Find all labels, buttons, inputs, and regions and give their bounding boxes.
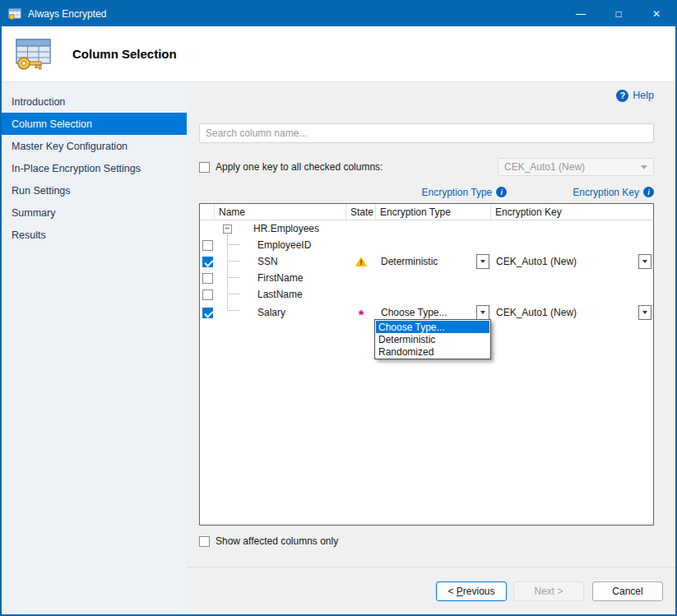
encryption-type-combo[interactable]: Deterministic xyxy=(376,253,491,270)
row-check-cell xyxy=(200,237,215,253)
encryption-key-value: CEK_Auto1 (New) xyxy=(496,256,577,267)
show-affected-checkbox[interactable] xyxy=(199,536,210,547)
next-button[interactable]: Next > xyxy=(513,581,584,601)
grid-header-state: State xyxy=(346,204,376,220)
apply-key-checkbox[interactable] xyxy=(199,162,210,173)
help-icon[interactable]: ? xyxy=(616,90,628,102)
cancel-button[interactable]: Cancel xyxy=(592,581,663,601)
encryption-type-value: Choose Type... xyxy=(381,307,447,318)
app-icon xyxy=(8,7,21,21)
page-header: Column Selection xyxy=(2,26,675,82)
chevron-down-icon[interactable] xyxy=(638,254,651,269)
row-checkbox[interactable] xyxy=(202,240,213,251)
row-check-cell xyxy=(200,220,215,237)
dropdown-option-choose-type[interactable]: Choose Type... xyxy=(376,321,489,333)
maximize-button[interactable]: □ xyxy=(600,2,638,26)
dropdown-option-deterministic[interactable]: Deterministic xyxy=(376,333,489,345)
column-name-label: FirstName xyxy=(257,272,303,284)
required-icon: * xyxy=(359,308,364,322)
apply-key-row: Apply one key to all checked columns: CE… xyxy=(199,158,654,176)
apply-key-select-value: CEK_Auto1 (New) xyxy=(504,161,585,173)
sidebar-item-results[interactable]: Results xyxy=(2,224,187,246)
encryption-key-combo[interactable]: CEK_Auto1 (New) xyxy=(491,253,653,270)
sidebar-item-in-place-encryption-settings[interactable]: In-Place Encryption Settings xyxy=(2,157,187,179)
row-checkbox[interactable] xyxy=(202,308,213,318)
minimize-button[interactable]: — xyxy=(562,2,600,26)
encryption-type-info-icon[interactable]: i xyxy=(496,187,507,197)
tree-line xyxy=(227,235,228,311)
chevron-down-icon xyxy=(641,165,647,169)
row-type-cell xyxy=(376,270,491,286)
encryption-key-info-icon[interactable]: i xyxy=(643,187,654,197)
row-state-cell xyxy=(346,220,376,237)
row-checkbox[interactable] xyxy=(202,289,213,300)
encryption-key-combo[interactable]: CEK_Auto1 (New) xyxy=(491,303,653,322)
row-type-cell xyxy=(376,220,491,237)
chevron-down-icon[interactable] xyxy=(638,305,651,320)
column-name-label: SSN xyxy=(257,256,278,267)
tree-line xyxy=(227,294,239,294)
table-row-employeeid: EmployeeID xyxy=(200,237,653,253)
column-name-label: EmployeeID xyxy=(257,239,311,251)
row-check-cell xyxy=(200,253,215,270)
row-key-cell xyxy=(491,286,653,303)
encryption-key-link-group: Encryption Key i xyxy=(573,187,654,198)
main-panel: ? Help Apply one key to all checked colu… xyxy=(187,82,675,614)
encryption-type-link[interactable]: Encryption Type xyxy=(421,187,492,198)
tree-line xyxy=(227,277,239,278)
help-row: ? Help xyxy=(199,89,654,102)
grid-header-name: Name xyxy=(215,204,346,220)
warning-icon xyxy=(355,257,367,266)
window-controls: — □ ✕ xyxy=(562,2,675,26)
row-state-cell xyxy=(346,270,376,286)
table-row-salary: Salary * Choose Type... CEK_Auto1 (New) xyxy=(200,303,653,319)
apply-key-label: Apply one key to all checked columns: xyxy=(216,161,383,173)
footer-bar: < Previous Next > Cancel xyxy=(187,567,675,614)
row-checkbox[interactable] xyxy=(202,257,213,267)
dropdown-option-randomized[interactable]: Randomized xyxy=(376,345,489,358)
grid-header-encryption-key: Encryption Key xyxy=(491,204,653,220)
sidebar-item-summary[interactable]: Summary xyxy=(2,201,187,224)
apply-key-select[interactable]: CEK_Auto1 (New) xyxy=(498,158,654,176)
sidebar-item-column-selection[interactable]: Column Selection xyxy=(2,113,187,135)
grid-header-encryption-type: Encryption Type xyxy=(376,204,491,220)
row-name-cell: HR.Employees xyxy=(215,220,346,237)
row-type-cell xyxy=(376,286,491,303)
table-row-ssn: SSN Deterministic CEK_Auto1 (New) xyxy=(200,253,653,270)
titlebar[interactable]: Always Encrypted — □ ✕ xyxy=(2,2,675,26)
grid-header-checkbox-col xyxy=(200,204,215,220)
tree-line xyxy=(227,261,239,262)
encryption-key-link[interactable]: Encryption Key xyxy=(573,187,639,198)
columns-grid: Name State Encryption Type Encryption Ke… xyxy=(199,203,654,526)
grid-header-row: Name State Encryption Type Encryption Ke… xyxy=(200,204,653,220)
row-type-cell xyxy=(376,237,491,253)
row-key-cell xyxy=(491,237,653,253)
close-button[interactable]: ✕ xyxy=(638,2,675,26)
page-title: Column Selection xyxy=(72,47,177,61)
row-name-cell: EmployeeID xyxy=(215,237,346,253)
row-state-cell: * xyxy=(346,303,376,322)
row-name-cell: FirstName xyxy=(215,270,346,286)
table-row-lastname: LastName xyxy=(200,286,653,303)
row-name-cell: LastName xyxy=(215,286,346,303)
table-row-group: HR.Employees xyxy=(200,220,653,237)
previous-button[interactable]: < Previous xyxy=(436,581,507,601)
table-name-label: HR.Employees xyxy=(253,223,319,234)
row-state-cell xyxy=(346,237,376,253)
row-check-cell xyxy=(200,303,215,322)
row-state-cell xyxy=(346,286,376,303)
row-name-cell: SSN xyxy=(215,253,346,270)
show-affected-label: Show affected columns only xyxy=(216,535,338,547)
help-link[interactable]: Help xyxy=(633,90,654,101)
sidebar-item-master-key-configuration[interactable]: Master Key Configuration xyxy=(2,135,187,157)
sidebar-item-run-settings[interactable]: Run Settings xyxy=(2,179,187,201)
search-column-input[interactable] xyxy=(199,123,654,143)
tree-collapse-icon[interactable] xyxy=(223,225,232,234)
previous-label-pre: < xyxy=(447,586,456,597)
chevron-down-icon[interactable] xyxy=(476,254,489,269)
content-area: Introduction Column Selection Master Key… xyxy=(2,82,675,614)
chevron-down-icon[interactable] xyxy=(476,305,489,320)
sidebar-item-introduction[interactable]: Introduction xyxy=(2,90,187,113)
row-checkbox[interactable] xyxy=(202,273,213,284)
encryption-type-link-group: Encryption Type i xyxy=(421,187,507,198)
